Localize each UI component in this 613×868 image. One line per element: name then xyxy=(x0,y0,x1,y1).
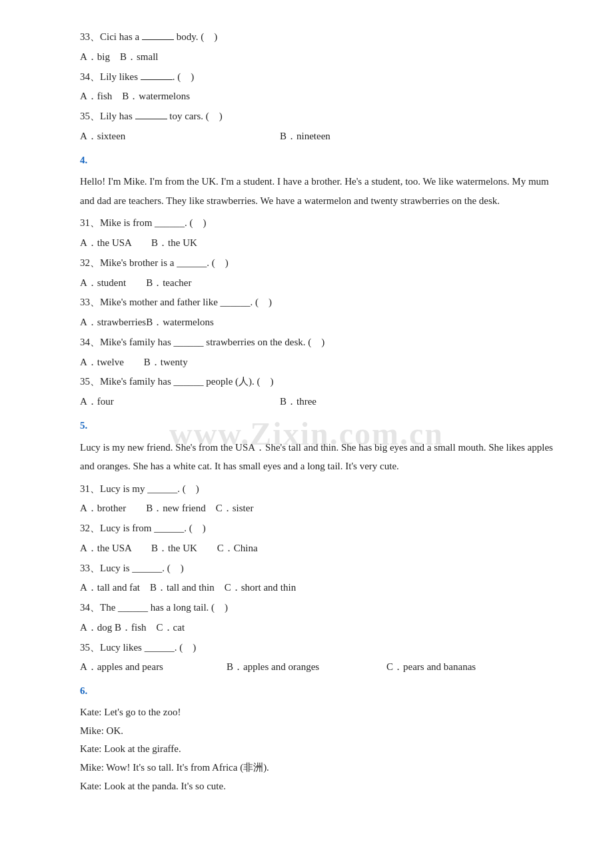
opt4-35: A．four B．three xyxy=(80,393,560,411)
q5-31: 31、Lucy is my ______. ( ) xyxy=(80,480,560,499)
section-6-dialogue: Kate: Let's go to the zoo! Mike: OK. Kat… xyxy=(80,703,560,796)
section-5: 5. Lucy is my new friend. She's from the… xyxy=(80,417,560,677)
section-6: 6. Kate: Let's go to the zoo! Mike: OK. … xyxy=(80,682,560,796)
section-4-passage: Hello! I'm Mike. I'm from the UK. I'm a … xyxy=(80,172,560,210)
pre-section: 33、Cici has a body. ( ) A．big B．small 34… xyxy=(80,28,560,146)
q4-34: 34、Mike's family has ______ strawberries… xyxy=(80,333,560,352)
opt4-34: A．twelve B．twenty xyxy=(80,353,560,372)
section-4-num: 4. xyxy=(80,151,560,170)
opt4-33: A．strawberriesB．watermelons xyxy=(80,313,560,332)
opt4-31: A．the USA B．the UK xyxy=(80,234,560,253)
dialogue-line-2: Mike: OK. xyxy=(80,722,560,741)
question-35-pre: 35、Lily has toy cars. ( ) xyxy=(80,107,560,126)
opt4-32: A．student B．teacher xyxy=(80,274,560,293)
opt5-35: A．apples and pears B．apples and oranges … xyxy=(80,658,560,677)
section-6-num: 6. xyxy=(80,682,560,701)
dialogue-line-1: Kate: Let's go to the zoo! xyxy=(80,703,560,722)
dialogue-line-3: Kate: Look at the giraffe. xyxy=(80,740,560,759)
section-4: 4. Hello! I'm Mike. I'm from the UK. I'm… xyxy=(80,151,560,411)
opt5-32: A．the USA B．the UK C．China xyxy=(80,539,560,558)
question-33-pre: 33、Cici has a body. ( ) xyxy=(80,28,560,47)
q5-33: 33、Lucy is ______. ( ) xyxy=(80,559,560,578)
opt5-31: A．brother B．new friend C．sister xyxy=(80,499,560,518)
q4-32: 32、Mike's brother is a ______. ( ) xyxy=(80,254,560,273)
q4-33: 33、Mike's mother and father like ______.… xyxy=(80,293,560,312)
q4-31: 31、Mike is from ______. ( ) xyxy=(80,214,560,233)
opt5-34: A．dog B．fish C．cat xyxy=(80,619,560,637)
q5-34: 34、The ______ has a long tail. ( ) xyxy=(80,599,560,617)
dialogue-line-5: Kate: Look at the panda. It's so cute. xyxy=(80,777,560,796)
opt5-33: A．tall and fat B．tall and thin C．short a… xyxy=(80,579,560,597)
option-35-pre: A．sixteen B．nineteen xyxy=(80,127,560,146)
q4-35: 35、Mike's family has ______ people (人). … xyxy=(80,373,560,391)
dialogue-line-4: Mike: Wow! It's so tall. It's from Afric… xyxy=(80,759,560,777)
q5-35: 35、Lucy likes ______. ( ) xyxy=(80,639,560,657)
question-34-pre: 34、Lily likes . ( ) xyxy=(80,68,560,87)
option-33-pre: A．big B．small xyxy=(80,48,560,67)
option-34-pre: A．fish B．watermelons xyxy=(80,87,560,106)
section-5-num: 5. xyxy=(80,417,560,435)
section-5-passage: Lucy is my new friend. She's from the US… xyxy=(80,438,560,476)
q5-32: 32、Lucy is from ______. ( ) xyxy=(80,519,560,538)
